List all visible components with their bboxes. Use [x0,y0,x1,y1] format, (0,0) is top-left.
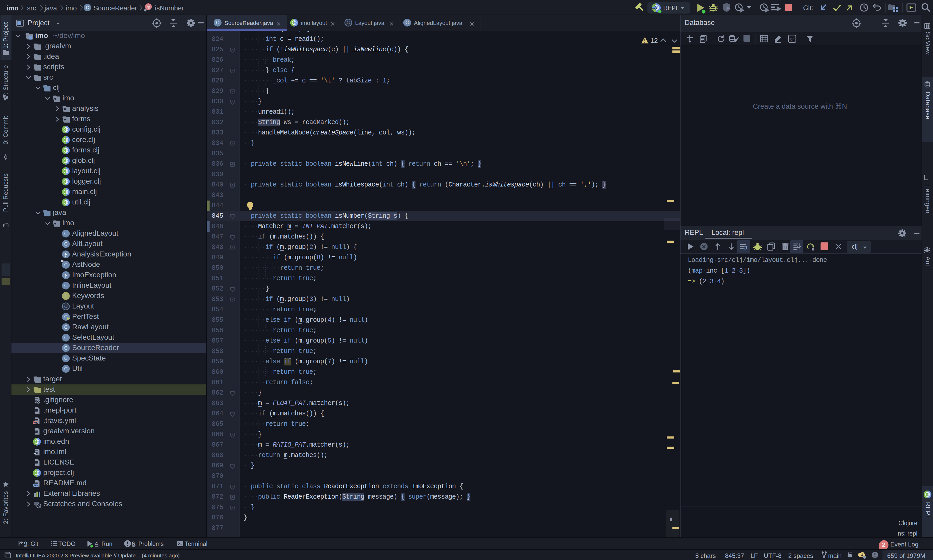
svg-text:C: C [64,303,68,309]
svg-text:C: C [64,345,68,351]
svg-text:C: C [347,20,350,25]
svg-text:C: C [64,325,68,330]
svg-text:C: C [86,5,89,10]
svg-text:C: C [64,231,68,236]
svg-text:QL: QL [790,37,795,41]
svg-text:C: C [64,262,68,268]
svg-text:C: C [406,20,409,25]
svg-text:I: I [65,293,66,298]
svg-text:C: C [64,366,68,371]
svg-text:C: C [216,20,219,25]
svg-text:C: C [64,283,68,288]
svg-text:YML: YML [33,422,39,424]
svg-text:C: C [64,242,68,246]
svg-text:C: C [64,356,68,361]
svg-text:MD: MD [34,484,37,487]
svg-text:m: m [147,5,150,10]
svg-text:C: C [64,335,68,340]
